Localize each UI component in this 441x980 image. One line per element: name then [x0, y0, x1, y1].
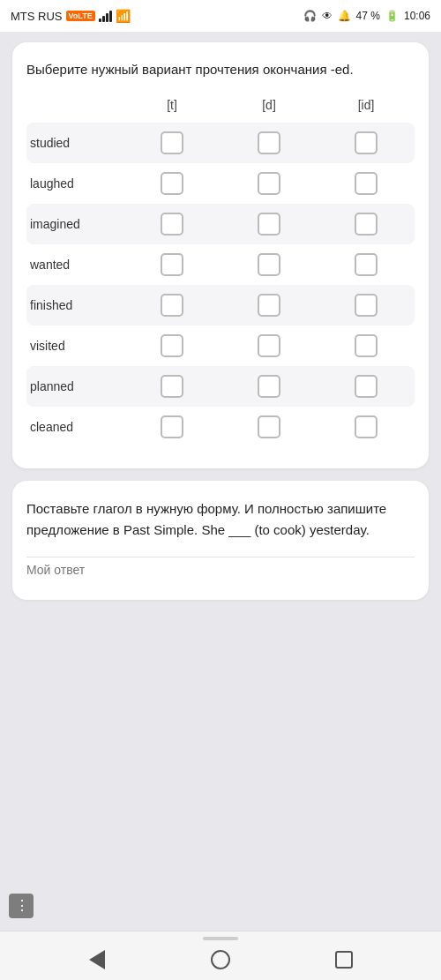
- checkbox-studied-t[interactable]: [161, 131, 183, 154]
- checkbox-planned-d[interactable]: [258, 375, 280, 398]
- back-button[interactable]: [81, 944, 113, 976]
- status-right: 🎧 👁 🔔 47 % 🔋 10:06: [303, 10, 430, 22]
- checkbox-finished-id[interactable]: [355, 294, 377, 317]
- checkbox-cell-t: [123, 407, 220, 447]
- word-cell: laughed: [26, 163, 123, 204]
- checkbox-laughed-id[interactable]: [355, 172, 377, 195]
- checkbox-cell-d: [220, 244, 318, 285]
- col-header-t: [t]: [123, 98, 220, 123]
- checkbox-cell-d: [220, 325, 318, 366]
- word-cell: wanted: [26, 244, 123, 285]
- checkbox-cell-d: [220, 163, 318, 204]
- home-button[interactable]: [205, 944, 236, 976]
- checkbox-cell-d: [220, 366, 318, 407]
- checkbox-cell-id: [318, 285, 415, 325]
- back-icon: [89, 950, 105, 969]
- checkbox-cell-t: [123, 366, 220, 407]
- table-row: wanted: [26, 244, 415, 285]
- question-1-text: Выберите нужный вариант прочтения оконча…: [26, 60, 415, 80]
- battery-icon: 🔋: [385, 10, 399, 22]
- checkbox-studied-d[interactable]: [258, 131, 280, 154]
- col-header-d: [d]: [220, 98, 318, 123]
- checkbox-planned-t[interactable]: [161, 375, 183, 398]
- word-cell: studied: [26, 123, 123, 163]
- checkbox-planned-id[interactable]: [355, 375, 377, 398]
- table-row: imagined: [26, 204, 415, 244]
- table-header-row: [t] [d] [id]: [26, 98, 415, 123]
- eye-icon: 👁: [322, 10, 333, 22]
- checkbox-cleaned-d[interactable]: [258, 415, 280, 438]
- checkbox-visited-t[interactable]: [161, 334, 183, 357]
- main-content: Выберите нужный вариант прочтения оконча…: [0, 32, 441, 931]
- checkbox-imagined-id[interactable]: [355, 213, 377, 236]
- checkbox-cell-d: [220, 123, 318, 163]
- checkbox-imagined-d[interactable]: [258, 213, 280, 236]
- checkbox-laughed-d[interactable]: [258, 172, 280, 195]
- checkbox-cell-d: [220, 407, 318, 447]
- checkbox-cell-t: [123, 244, 220, 285]
- checkbox-wanted-d[interactable]: [258, 253, 280, 276]
- col-header-word: [26, 98, 123, 123]
- nav-bar: [0, 931, 441, 980]
- checkbox-cell-id: [318, 244, 415, 285]
- answer-input[interactable]: [26, 557, 415, 582]
- table-row: visited: [26, 325, 415, 366]
- menu-dots-icon: ⋮: [15, 899, 28, 913]
- table-row: studied: [26, 123, 415, 163]
- table-row: cleaned: [26, 407, 415, 447]
- gesture-bar: [203, 937, 238, 940]
- word-cell: planned: [26, 366, 123, 407]
- question-card-2: Поставьте глагол в нужную форму. И полно…: [12, 481, 429, 600]
- context-menu-button[interactable]: ⋮: [9, 894, 34, 918]
- checkbox-studied-id[interactable]: [355, 131, 377, 154]
- clock: 10:06: [404, 10, 430, 22]
- checkbox-cell-id: [318, 407, 415, 447]
- checkbox-visited-d[interactable]: [258, 334, 280, 357]
- volte-badge: VoLTE: [66, 11, 95, 21]
- table-row: finished: [26, 285, 415, 325]
- checkbox-cell-id: [318, 366, 415, 407]
- word-cell: visited: [26, 325, 123, 366]
- carrier-info: MTS RUS VoLTE 📶: [11, 9, 131, 23]
- pronunciation-table: [t] [d] [id] studiedlaughedimaginedwante…: [26, 98, 415, 447]
- question-card-1: Выберите нужный вариант прочтения оконча…: [12, 42, 429, 468]
- status-bar: MTS RUS VoLTE 📶 🎧 👁 🔔 47 % 🔋 10:06: [0, 0, 441, 32]
- battery-level: 47 %: [356, 10, 380, 22]
- checkbox-visited-id[interactable]: [355, 334, 377, 357]
- checkbox-laughed-t[interactable]: [161, 172, 183, 195]
- word-cell: cleaned: [26, 407, 123, 447]
- checkbox-cleaned-id[interactable]: [355, 415, 377, 438]
- checkbox-cell-d: [220, 204, 318, 244]
- checkbox-imagined-t[interactable]: [161, 213, 183, 236]
- checkbox-cleaned-t[interactable]: [161, 415, 183, 438]
- question-2-text: Поставьте глагол в нужную форму. И полно…: [26, 498, 415, 541]
- word-cell: finished: [26, 285, 123, 325]
- recent-apps-icon: [335, 951, 353, 969]
- checkbox-finished-t[interactable]: [161, 294, 183, 317]
- nav-buttons: [0, 944, 441, 976]
- carrier-name: MTS RUS: [11, 10, 63, 23]
- checkbox-cell-id: [318, 325, 415, 366]
- checkbox-cell-t: [123, 123, 220, 163]
- headphone-icon: 🎧: [303, 10, 317, 22]
- checkbox-cell-id: [318, 204, 415, 244]
- signal-icon: [99, 10, 112, 22]
- checkbox-cell-t: [123, 285, 220, 325]
- checkbox-cell-t: [123, 325, 220, 366]
- word-cell: imagined: [26, 204, 123, 244]
- col-header-id: [id]: [318, 98, 415, 123]
- table-row: planned: [26, 366, 415, 407]
- wifi-icon: 📶: [116, 9, 131, 23]
- recent-apps-button[interactable]: [328, 944, 360, 976]
- checkbox-finished-d[interactable]: [258, 294, 280, 317]
- home-icon: [211, 950, 230, 969]
- checkbox-wanted-t[interactable]: [161, 253, 183, 276]
- checkbox-cell-id: [318, 163, 415, 204]
- checkbox-wanted-id[interactable]: [355, 253, 377, 276]
- table-row: laughed: [26, 163, 415, 204]
- checkbox-cell-d: [220, 285, 318, 325]
- checkbox-cell-id: [318, 123, 415, 163]
- bell-icon: 🔔: [338, 10, 351, 22]
- checkbox-cell-t: [123, 163, 220, 204]
- checkbox-cell-t: [123, 204, 220, 244]
